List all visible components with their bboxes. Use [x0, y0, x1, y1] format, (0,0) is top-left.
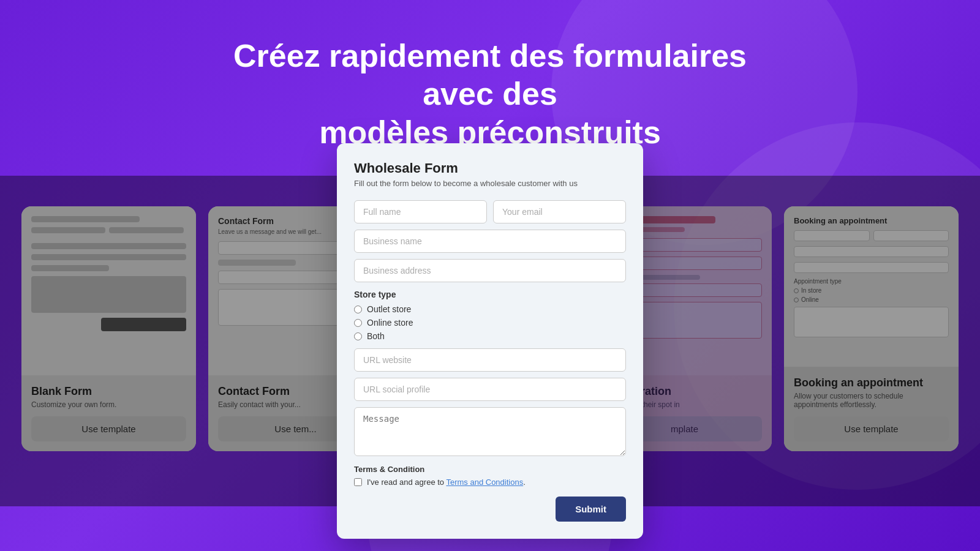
terms-label: Terms & Condition — [354, 465, 626, 474]
business-address-input[interactable] — [354, 259, 626, 282]
url-social-input[interactable] — [354, 378, 626, 401]
email-input[interactable] — [493, 200, 626, 223]
modal-overlay[interactable]: Wholesale Form Fill out the form below t… — [0, 176, 980, 506]
submit-area: Submit — [354, 497, 626, 522]
full-name-input[interactable] — [354, 200, 487, 223]
radio-outlet-input[interactable] — [354, 305, 362, 313]
terms-row: I've read and agree to Terms and Conditi… — [354, 478, 626, 487]
name-email-row — [354, 200, 626, 223]
url-website-input[interactable] — [354, 348, 626, 372]
wholesale-modal: Wholesale Form Fill out the form below t… — [337, 143, 643, 539]
business-address-row — [354, 259, 626, 282]
store-type-radio-group: Outlet store Online store Both — [354, 304, 626, 341]
terms-checkbox[interactable] — [354, 478, 362, 486]
url-website-row — [354, 348, 626, 372]
terms-section: Terms & Condition I've read and agree to… — [354, 465, 626, 487]
store-type-label: Store type — [354, 290, 626, 299]
radio-outlet[interactable]: Outlet store — [354, 304, 626, 314]
radio-both[interactable]: Both — [354, 331, 626, 341]
terms-link[interactable]: Terms and Conditions — [446, 478, 523, 487]
business-name-row — [354, 230, 626, 253]
business-name-input[interactable] — [354, 230, 626, 253]
modal-subtitle: Fill out the form below to become a whol… — [354, 179, 626, 188]
message-textarea[interactable] — [354, 407, 626, 456]
radio-online-input[interactable] — [354, 319, 362, 327]
submit-button[interactable]: Submit — [556, 497, 626, 522]
page-wrapper: Créez rapidement des formulaires avec de… — [0, 0, 980, 551]
terms-text: I've read and agree to Terms and Conditi… — [367, 478, 526, 487]
radio-both-input[interactable] — [354, 332, 362, 340]
radio-online[interactable]: Online store — [354, 318, 626, 328]
url-social-row — [354, 378, 626, 401]
modal-title: Wholesale Form — [354, 160, 626, 176]
cards-area: Blank Form Customize your own form. Use … — [0, 176, 980, 506]
